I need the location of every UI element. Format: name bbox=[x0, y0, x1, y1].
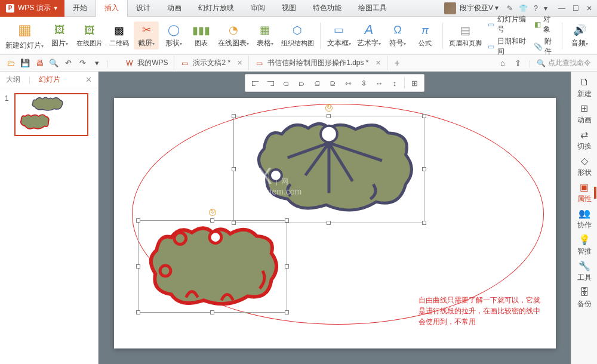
tab-animation[interactable]: 动画 bbox=[159, 0, 190, 17]
rp-prop[interactable]: ▣属性 bbox=[573, 180, 596, 205]
rp-ai[interactable]: 💡智推 bbox=[573, 233, 596, 258]
resize-handle[interactable] bbox=[327, 221, 331, 225]
new-slide-button[interactable]: ▦新建幻灯片▾ bbox=[5, 19, 45, 52]
align-right-icon[interactable]: ⫏ bbox=[280, 77, 292, 89]
close-icon[interactable]: ✕ bbox=[376, 59, 381, 67]
resize-handle[interactable] bbox=[136, 264, 140, 269]
dist-h-icon[interactable]: ⇿ bbox=[342, 77, 354, 89]
formula-button[interactable]: π公式 bbox=[413, 22, 438, 49]
outline-tab[interactable]: 大纲 bbox=[6, 75, 20, 85]
header-footer-button[interactable]: ▤页眉和页脚 bbox=[448, 22, 483, 49]
close-button[interactable]: ✕ bbox=[586, 4, 592, 13]
maximize-button[interactable]: ☐ bbox=[573, 4, 579, 13]
align-center-icon[interactable]: ⫎ bbox=[264, 77, 276, 89]
tab-insert[interactable]: 插入 bbox=[96, 0, 128, 17]
doc-tab-wps[interactable]: W我的WPS bbox=[120, 55, 174, 70]
close-icon[interactable]: ✕ bbox=[237, 59, 242, 67]
dist-v-icon[interactable]: ⇳ bbox=[358, 77, 370, 89]
object-button[interactable]: ◧对象 bbox=[531, 14, 557, 35]
resize-handle[interactable] bbox=[327, 114, 331, 118]
same-width-icon[interactable]: ↔ bbox=[373, 77, 385, 89]
resize-handle[interactable] bbox=[285, 264, 289, 269]
rp-backup[interactable]: 🗄备份 bbox=[573, 285, 596, 310]
resize-handle[interactable] bbox=[422, 167, 426, 171]
undo-icon[interactable]: ↶ bbox=[63, 58, 73, 68]
tab-home[interactable]: 开始 bbox=[64, 0, 96, 17]
table-button[interactable]: ▦表格▾ bbox=[253, 21, 278, 50]
screenshot-button[interactable]: ✂截屏▾ bbox=[134, 21, 159, 50]
rotate-handle[interactable] bbox=[209, 209, 216, 216]
print-icon[interactable]: 🖶 bbox=[35, 58, 44, 68]
resize-handle[interactable] bbox=[210, 218, 214, 223]
qrcode-button[interactable]: ▩二维码 bbox=[106, 22, 131, 49]
rp-new[interactable]: 🗋新建 bbox=[573, 75, 596, 100]
rotate-handle[interactable] bbox=[325, 104, 333, 112]
preview-icon[interactable]: 🔍 bbox=[49, 58, 59, 68]
shape-button[interactable]: ◯形状▾ bbox=[161, 21, 186, 50]
qat-dropdown-icon[interactable]: ▾ bbox=[92, 58, 101, 68]
slides-tab[interactable]: 幻灯片 bbox=[39, 75, 60, 85]
rp-tools[interactable]: 🔧工具 bbox=[573, 259, 596, 284]
share-icon[interactable]: ⇪ bbox=[513, 58, 523, 68]
textbox-button[interactable]: ▭文本框▾ bbox=[325, 21, 353, 50]
rp-shape[interactable]: ◇形状 bbox=[573, 154, 596, 179]
doc-tab-file2[interactable]: ▭书信信封绘制用图形操作1.dps *✕ bbox=[250, 55, 387, 70]
open-icon[interactable]: 🗁 bbox=[6, 58, 16, 68]
tab-slideshow[interactable]: 幻灯片放映 bbox=[190, 0, 242, 17]
rp-trans[interactable]: ⇄切换 bbox=[573, 128, 596, 153]
datetime-button[interactable]: ▭日期和时间 bbox=[485, 36, 530, 57]
online-image-button[interactable]: 🖼在线图片 bbox=[75, 22, 104, 49]
help-icon[interactable]: ? bbox=[534, 4, 538, 13]
online-chart-button[interactable]: ◔在线图表▾ bbox=[216, 21, 250, 50]
home-icon[interactable]: ⌂ bbox=[498, 58, 507, 68]
resize-handle[interactable] bbox=[210, 310, 214, 314]
attachment-button[interactable]: 📎附件 bbox=[531, 36, 557, 57]
rp-anim[interactable]: ⊞动画 bbox=[573, 101, 596, 127]
tab-drawing-tools[interactable]: 绘图工具 bbox=[350, 0, 395, 17]
tab-design[interactable]: 设计 bbox=[128, 0, 159, 17]
resize-handle[interactable] bbox=[232, 167, 236, 171]
resize-handle[interactable] bbox=[422, 221, 426, 225]
slide-thumbnail-1[interactable] bbox=[14, 93, 88, 136]
selection-box-2[interactable] bbox=[138, 220, 287, 313]
symbol-button[interactable]: Ω符号▾ bbox=[385, 21, 410, 50]
resize-handle[interactable] bbox=[136, 218, 140, 223]
save-icon[interactable]: 💾 bbox=[20, 58, 30, 68]
wordart-button[interactable]: A艺术字▾ bbox=[355, 21, 383, 50]
tab-review[interactable]: 审阅 bbox=[242, 0, 273, 17]
thumbnails[interactable]: 1 bbox=[0, 88, 98, 364]
doc-tab-presentation[interactable]: ▭演示文稿2 *✕ bbox=[176, 55, 249, 70]
align-bottom-icon[interactable]: ⫒ bbox=[327, 77, 338, 89]
command-search[interactable]: 🔍 点此查找命令 bbox=[537, 58, 591, 68]
image-button[interactable]: 🖼图片▾ bbox=[47, 21, 72, 50]
align-top-icon[interactable]: ⫐ bbox=[296, 77, 307, 89]
align-middle-icon[interactable]: ⫑ bbox=[311, 77, 323, 89]
tab-view[interactable]: 视图 bbox=[273, 0, 304, 17]
resize-handle[interactable] bbox=[285, 218, 289, 223]
user-name[interactable]: 段宇俊亚V ▾ bbox=[460, 3, 498, 13]
edit-icon[interactable]: ✎ bbox=[507, 4, 513, 13]
resize-handle[interactable] bbox=[136, 310, 140, 314]
avatar[interactable] bbox=[444, 2, 456, 14]
slide-canvas[interactable]: X|网 system.com 自由曲线只需要了解一下就可以，它就 是进行线段的拉… bbox=[114, 98, 556, 348]
chart-button[interactable]: ▮▮▮图表 bbox=[189, 22, 214, 49]
pane-close-icon[interactable]: ✕ bbox=[85, 75, 92, 84]
rp-collab[interactable]: 👥协作 bbox=[573, 206, 596, 232]
redo-icon[interactable]: ↷ bbox=[78, 58, 87, 68]
tab-special[interactable]: 特色功能 bbox=[304, 0, 350, 17]
same-height-icon[interactable]: ↕ bbox=[389, 77, 401, 89]
slide-number-button[interactable]: ▭幻灯片编号 bbox=[485, 14, 530, 35]
resize-handle[interactable] bbox=[422, 114, 426, 118]
minimize-button[interactable]: — bbox=[558, 4, 565, 13]
align-left-icon[interactable]: ⫍ bbox=[249, 77, 261, 89]
shirt-icon[interactable]: 👕 bbox=[519, 4, 528, 13]
selection-box-1[interactable] bbox=[233, 116, 424, 223]
group-icon[interactable]: ⊞ bbox=[408, 77, 420, 89]
audio-button[interactable]: 🔊音频▾ bbox=[567, 21, 592, 50]
add-tab-button[interactable]: + bbox=[389, 58, 406, 69]
app-badge[interactable]: P WPS 演示 ▼ bbox=[0, 0, 64, 17]
orgchart-button[interactable]: ⬡组织结构图 bbox=[280, 22, 315, 49]
resize-handle[interactable] bbox=[232, 114, 236, 118]
resize-handle[interactable] bbox=[285, 310, 289, 314]
canvas-area[interactable]: ⫍ ⫎ ⫏ ⫐ ⫑ ⫒ ⇿ ⇳ ↔ ↕ ⊞ bbox=[99, 72, 571, 364]
